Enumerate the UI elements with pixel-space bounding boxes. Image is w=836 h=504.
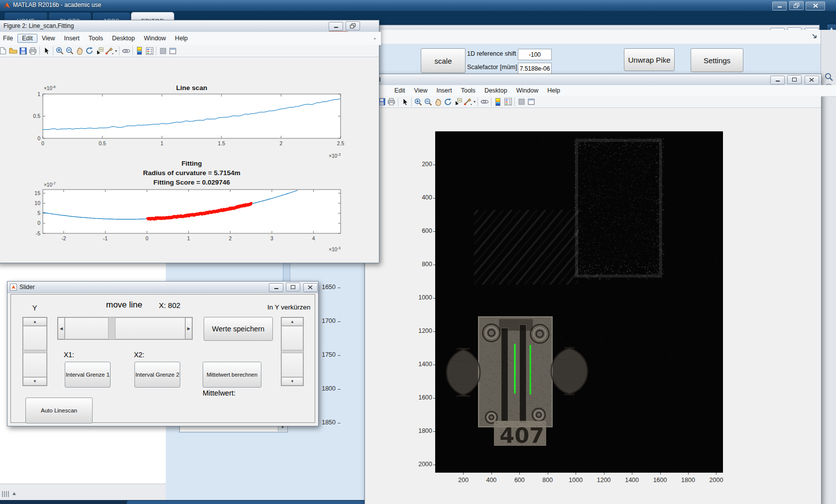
insert-colorbar-icon[interactable] [134, 46, 144, 56]
slider-track[interactable] [281, 353, 303, 377]
print-icon[interactable] [386, 97, 396, 107]
data-cursor-icon[interactable] [95, 46, 105, 56]
pointer-icon[interactable] [41, 46, 51, 56]
menu-desktop[interactable]: Desktop [480, 86, 512, 95]
main-title-bar: MATLAB R2016b - academic use [0, 0, 836, 11]
slider-left-icon[interactable]: ◀ [58, 317, 65, 339]
insert-legend-icon[interactable] [503, 97, 513, 107]
close-button[interactable] [805, 76, 819, 85]
calc-mean-button[interactable]: Mittelwert berechnen [203, 362, 261, 388]
minimize-button[interactable] [329, 22, 343, 31]
slider-down-icon[interactable]: ▼ [23, 377, 47, 386]
close-button[interactable] [806, 1, 825, 10]
slider-thumb[interactable] [109, 317, 115, 339]
slider-track[interactable] [281, 326, 303, 350]
figure-menu-bar: EditViewInsertToolsDesktopWindowHelp⌄ [365, 85, 836, 97]
pan-hand-icon[interactable] [75, 46, 85, 56]
link-plot-icon[interactable] [479, 97, 489, 107]
brush-dropdown-icon[interactable]: ▾ [115, 49, 117, 53]
slider-down-icon[interactable]: ▼ [281, 377, 303, 386]
minimize-button[interactable] [772, 1, 787, 10]
scale-button[interactable]: scale [421, 48, 466, 73]
unwrap-pike-button[interactable]: Unwrap Pike [624, 48, 675, 71]
minimize-button[interactable] [770, 76, 785, 85]
restore-button[interactable] [789, 1, 804, 10]
brush-icon[interactable] [463, 97, 473, 107]
slider-track[interactable] [115, 317, 185, 339]
rotate-3d-icon[interactable] [85, 46, 95, 56]
search-icon[interactable] [825, 73, 833, 81]
resize-grip[interactable] [2, 489, 16, 498]
pan-hand-icon[interactable] [433, 97, 443, 107]
main-window-controls [772, 1, 825, 10]
menu-insert[interactable]: Insert [432, 86, 456, 95]
maximize-button[interactable] [787, 75, 802, 84]
minimize-button[interactable] [269, 283, 283, 292]
dock-arrow-icon[interactable] [812, 33, 818, 39]
zoom-in-icon[interactable] [413, 97, 423, 107]
open-folder-icon[interactable] [8, 46, 18, 56]
taskbar-segment[interactable] [127, 501, 367, 504]
pointer-icon[interactable] [400, 97, 410, 107]
menu-overflow-icon[interactable]: ⌄ [373, 35, 377, 40]
ref-shift-input[interactable] [518, 49, 552, 60]
slider-right-icon[interactable]: ▶ [185, 317, 192, 339]
scalefactor-input[interactable] [518, 63, 552, 74]
slider-window-controls [268, 283, 318, 292]
dock-figure-icon[interactable] [168, 46, 178, 56]
menu-help[interactable]: Help [170, 34, 192, 43]
print-icon[interactable] [28, 46, 38, 56]
brush-icon[interactable] [105, 46, 115, 56]
zoom-in-icon[interactable] [55, 46, 65, 56]
interval-limit-1-button[interactable]: Interval Grenze 1 [65, 362, 111, 388]
zoom-out-icon[interactable] [423, 97, 433, 107]
menu-help[interactable]: Help [543, 86, 565, 95]
dock-axes-icon[interactable] [516, 97, 526, 107]
dock-axes-icon[interactable] [158, 46, 168, 56]
slider-up-icon[interactable]: ▲ [23, 317, 47, 326]
insert-legend-icon[interactable] [144, 46, 154, 56]
menu-tools[interactable]: Tools [457, 86, 480, 95]
menu-edit[interactable]: Edit [17, 34, 37, 43]
restore-button[interactable] [346, 21, 360, 30]
data-cursor-icon[interactable] [453, 97, 463, 107]
auto-linescan-button[interactable]: Auto Linescan [25, 398, 93, 423]
menu-desktop[interactable]: Desktop [108, 34, 139, 43]
axis-tick [338, 321, 341, 322]
phase-image[interactable] [435, 131, 723, 473]
slider-track[interactable] [23, 326, 47, 350]
insert-colorbar-icon[interactable] [493, 97, 503, 107]
save-icon[interactable] [18, 46, 28, 56]
settings-button[interactable]: Settings [691, 48, 743, 72]
slider-title-bar[interactable]: Slider [7, 282, 318, 293]
slider-track[interactable] [65, 317, 109, 339]
zoom-out-icon[interactable] [65, 46, 75, 56]
save-values-button[interactable]: Werte speichern [204, 317, 273, 341]
menu-file[interactable]: File [0, 34, 17, 43]
brush-dropdown-icon[interactable]: ▾ [474, 100, 476, 104]
menu-tools[interactable]: Tools [84, 34, 108, 43]
figure-title-bar[interactable]: ld [365, 74, 821, 86]
menu-view[interactable]: View [37, 34, 60, 43]
figure2-title-bar[interactable]: Figure 2: Line_scan,Fitting [0, 20, 379, 32]
menu-view[interactable]: View [410, 86, 432, 95]
rotate-3d-icon[interactable] [443, 97, 453, 107]
new-file-icon[interactable] [0, 46, 8, 56]
link-plot-icon[interactable] [121, 46, 131, 56]
shorten-y-slider[interactable]: ▲ ▼ [281, 317, 304, 386]
menu-window[interactable]: Window [139, 34, 170, 43]
image-y-tick-label: 1800 [412, 427, 432, 434]
slider-up-icon[interactable]: ▲ [281, 317, 303, 326]
y-slider[interactable]: ▲ ▼ [22, 317, 47, 386]
slider-track[interactable] [23, 353, 47, 377]
move-line-slider[interactable]: ◀ ▶ [57, 317, 193, 340]
image-y-tick-label: 1200 [412, 327, 432, 334]
scrollbar-fragment[interactable] [283, 262, 290, 282]
menu-insert[interactable]: Insert [60, 34, 84, 43]
interval-limit-2-button[interactable]: Interval Grenze 2 [134, 362, 180, 388]
close-button[interactable] [303, 283, 318, 292]
dock-figure-icon[interactable] [526, 97, 536, 107]
maximize-button[interactable] [286, 283, 300, 292]
menu-window[interactable]: Window [512, 86, 543, 95]
menu-edit[interactable]: Edit [390, 86, 410, 95]
